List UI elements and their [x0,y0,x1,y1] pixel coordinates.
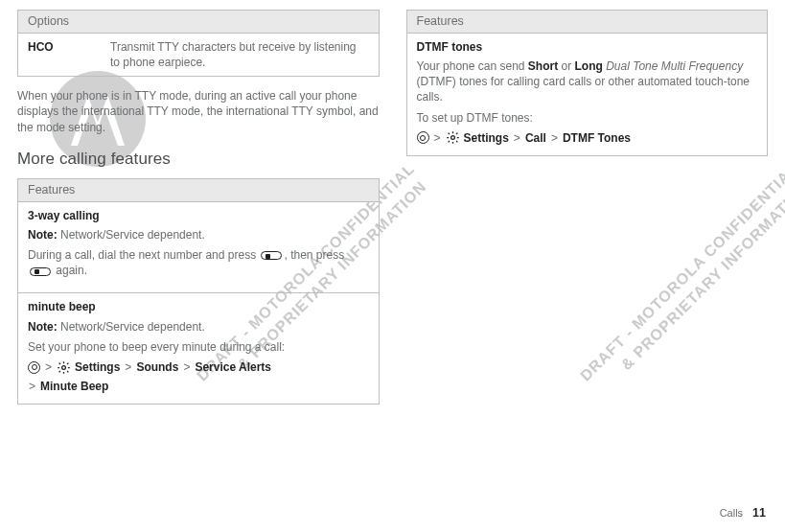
feature-dtmf: DTMF tones Your phone can send Short or … [407,34,768,155]
features-header-right: Features [407,10,768,34]
dtmf-setup: To set up DTMF tones: [417,110,758,126]
feature-title: minute beep [28,299,369,314]
minute-beep-path: > Settings > Sounds > Service Alerts [28,359,369,375]
note-text: Network/Service dependent. [58,228,205,242]
settings-icon [57,360,71,375]
3way-instruction: During a call, dial the next number and … [28,247,369,278]
minute-beep-path-2: > Minute Beep [28,379,369,394]
dtmf-body: Your phone can send Short or Long Dual T… [417,58,758,105]
dtmf-path: > Settings > Call > DTMF Tones [417,130,758,146]
features-table-right: Features DTMF tones Your phone can send … [406,10,769,156]
feature-minute-beep: minute beep Note: Network/Service depend… [18,293,379,404]
tty-paragraph: When your phone is in TTY mode, during a… [17,88,380,135]
note-label: Note: [28,320,58,334]
svg-point-1 [450,136,454,140]
hco-label: HCO [18,34,110,76]
send-key-icon [261,251,282,260]
menu-key-icon [417,131,429,144]
note-text: Network/Service dependent. [58,320,205,334]
features-header-left: Features [18,178,379,202]
svg-point-0 [62,365,66,369]
features-table-left: Features 3-way calling Note: Network/Ser… [17,178,380,405]
page-number: 11 [752,505,766,521]
hco-desc: Transmit TTY characters but receive by l… [110,34,379,76]
menu-key-icon [28,361,40,374]
feature-title: DTMF tones [417,39,758,55]
feature-title: 3-way calling [28,208,369,223]
right-column: Features DTMF tones Your phone can send … [406,10,769,532]
note-label: Note: [28,228,58,242]
options-header: Options [18,10,379,34]
settings-icon [446,130,460,145]
minute-beep-desc: Set your phone to beep every minute duri… [28,339,369,355]
feature-3way-calling: 3-way calling Note: Network/Service depe… [18,202,379,294]
footer-section: Calls [720,506,743,520]
more-calling-features-heading: More calling features [17,149,380,171]
send-key-icon [30,267,51,276]
page-footer: Calls 11 [720,505,766,521]
left-column: Options HCO Transmit TTY characters but … [17,10,380,532]
options-table: Options HCO Transmit TTY characters but … [17,10,380,77]
